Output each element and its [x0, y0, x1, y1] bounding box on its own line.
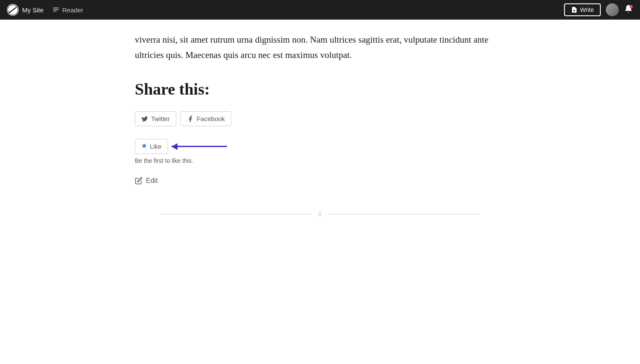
share-section: Share this: Twitter Facebook — [135, 80, 505, 185]
share-buttons: Twitter Facebook — [135, 111, 505, 126]
content-area: viverra nisi, sit amet rutrum urna digni… — [0, 0, 640, 235]
facebook-icon — [187, 116, 194, 122]
write-button[interactable]: Write — [564, 3, 601, 16]
svg-point-6 — [630, 5, 633, 8]
footer-divider: // — [135, 210, 505, 218]
like-button[interactable]: Like — [135, 139, 168, 154]
twitter-share-button[interactable]: Twitter — [135, 111, 176, 126]
like-hint: Be the first to like this. — [135, 157, 505, 164]
avatar[interactable] — [606, 3, 619, 16]
svg-marker-7 — [142, 144, 147, 148]
reader-icon — [52, 6, 60, 14]
like-arrow — [172, 146, 227, 147]
avatar-image — [606, 3, 619, 16]
share-title: Share this: — [135, 80, 505, 98]
like-row: Like — [135, 139, 505, 154]
my-site-link[interactable]: My Site — [7, 4, 44, 16]
write-plus-icon — [571, 6, 578, 13]
edit-label: Edit — [146, 177, 158, 185]
notifications-icon[interactable] — [624, 4, 633, 16]
topbar: My Site Reader Write — [0, 0, 640, 20]
edit-icon — [135, 177, 143, 185]
reader-link[interactable]: Reader — [52, 6, 83, 14]
divider-line-left — [160, 214, 311, 214]
divider-text: // — [318, 210, 322, 218]
topbar-left: My Site Reader — [7, 4, 83, 16]
edit-link[interactable]: Edit — [135, 177, 505, 185]
twitter-icon — [141, 116, 148, 122]
topbar-right: Write — [564, 3, 633, 16]
divider-line-right — [329, 214, 480, 214]
twitter-label: Twitter — [151, 115, 170, 122]
facebook-share-button[interactable]: Facebook — [180, 111, 231, 126]
svg-rect-2 — [53, 9, 59, 10]
arrow-line — [172, 146, 227, 147]
like-label: Like — [150, 143, 162, 150]
like-section: Like Be the first to like this. — [135, 139, 505, 164]
facebook-label: Facebook — [197, 115, 225, 122]
write-label: Write — [580, 6, 594, 13]
svg-rect-1 — [53, 8, 59, 9]
svg-rect-3 — [53, 11, 57, 12]
my-site-label: My Site — [22, 6, 44, 14]
body-paragraph: viverra nisi, sit amet rutrum urna digni… — [135, 32, 505, 63]
reader-label: Reader — [62, 6, 83, 14]
wordpress-logo-icon — [7, 4, 19, 16]
star-icon — [141, 143, 147, 150]
